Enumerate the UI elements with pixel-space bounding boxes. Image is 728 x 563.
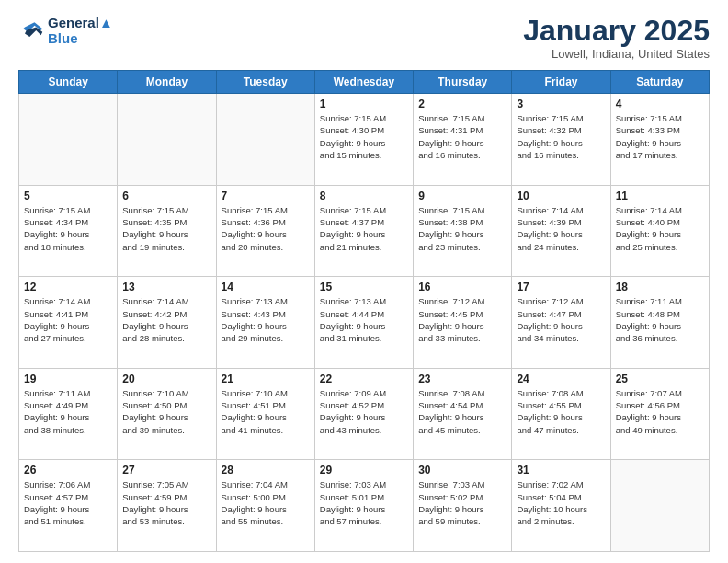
day-info: Sunrise: 7:10 AM Sunset: 4:50 PM Dayligh… [122,387,210,436]
day-number: 13 [122,281,210,293]
calendar-cell: 28Sunrise: 7:04 AM Sunset: 5:00 PM Dayli… [216,460,314,552]
day-info: Sunrise: 7:05 AM Sunset: 4:59 PM Dayligh… [122,478,210,527]
day-number: 30 [418,464,506,477]
day-number: 26 [24,464,112,477]
calendar-cell: 3Sunrise: 7:15 AM Sunset: 4:32 PM Daylig… [512,94,610,186]
calendar-cell [19,94,118,186]
calendar-week-4: 26Sunrise: 7:06 AM Sunset: 4:57 PM Dayli… [19,460,710,552]
calendar-cell [610,460,709,552]
day-number: 23 [418,373,506,385]
calendar-cell: 15Sunrise: 7:13 AM Sunset: 4:44 PM Dayli… [314,277,413,369]
day-number: 28 [222,464,310,477]
calendar-week-0: 1Sunrise: 7:15 AM Sunset: 4:30 PM Daylig… [19,94,710,186]
calendar-week-3: 19Sunrise: 7:11 AM Sunset: 4:49 PM Dayli… [19,368,710,460]
calendar-cell: 19Sunrise: 7:11 AM Sunset: 4:49 PM Dayli… [19,368,118,460]
day-info: Sunrise: 7:04 AM Sunset: 5:00 PM Dayligh… [222,478,310,527]
day-number: 9 [418,190,506,202]
calendar-cell: 16Sunrise: 7:12 AM Sunset: 4:45 PM Dayli… [414,277,512,369]
day-info: Sunrise: 7:14 AM Sunset: 4:41 PM Dayligh… [24,295,112,344]
calendar-cell: 10Sunrise: 7:14 AM Sunset: 4:39 PM Dayli… [512,185,610,277]
day-number: 6 [122,190,210,202]
day-header-tuesday: Tuesday [216,71,314,94]
day-number: 16 [418,281,506,293]
day-info: Sunrise: 7:12 AM Sunset: 4:45 PM Dayligh… [418,295,506,344]
calendar-cell: 11Sunrise: 7:14 AM Sunset: 4:40 PM Dayli… [610,185,709,277]
day-info: Sunrise: 7:02 AM Sunset: 5:04 PM Dayligh… [517,478,605,527]
logo: General▲ Blue [18,15,113,46]
calendar-table: SundayMondayTuesdayWednesdayThursdayFrid… [18,70,710,552]
day-number: 7 [222,190,310,202]
calendar-cell: 1Sunrise: 7:15 AM Sunset: 4:30 PM Daylig… [314,94,413,186]
calendar-cell: 2Sunrise: 7:15 AM Sunset: 4:31 PM Daylig… [414,94,512,186]
logo-icon [18,17,44,43]
day-number: 12 [24,281,112,293]
day-info: Sunrise: 7:15 AM Sunset: 4:36 PM Dayligh… [222,204,310,253]
calendar-cell: 20Sunrise: 7:10 AM Sunset: 4:50 PM Dayli… [118,368,216,460]
calendar-cell: 6Sunrise: 7:15 AM Sunset: 4:35 PM Daylig… [118,185,216,277]
day-header-friday: Friday [512,71,610,94]
day-info: Sunrise: 7:13 AM Sunset: 4:43 PM Dayligh… [222,295,310,344]
day-header-thursday: Thursday [414,71,512,94]
day-info: Sunrise: 7:15 AM Sunset: 4:33 PM Dayligh… [616,112,704,161]
day-info: Sunrise: 7:11 AM Sunset: 4:48 PM Dayligh… [616,295,704,344]
day-number: 4 [616,98,704,110]
day-number: 31 [517,464,605,477]
day-number: 25 [616,373,704,385]
calendar-cell: 31Sunrise: 7:02 AM Sunset: 5:04 PM Dayli… [512,460,610,552]
day-info: Sunrise: 7:15 AM Sunset: 4:31 PM Dayligh… [418,112,506,161]
day-info: Sunrise: 7:15 AM Sunset: 4:35 PM Dayligh… [122,204,210,253]
day-info: Sunrise: 7:03 AM Sunset: 5:01 PM Dayligh… [320,478,408,527]
calendar-cell: 12Sunrise: 7:14 AM Sunset: 4:41 PM Dayli… [19,277,118,369]
calendar-cell: 21Sunrise: 7:10 AM Sunset: 4:51 PM Dayli… [216,368,314,460]
calendar-cell: 24Sunrise: 7:08 AM Sunset: 4:55 PM Dayli… [512,368,610,460]
day-info: Sunrise: 7:15 AM Sunset: 4:34 PM Dayligh… [24,204,112,253]
day-info: Sunrise: 7:14 AM Sunset: 4:39 PM Dayligh… [517,204,605,253]
day-header-wednesday: Wednesday [314,71,413,94]
page: General▲ Blue January 2025 Lowell, India… [0,0,728,563]
day-number: 15 [320,281,408,293]
day-number: 29 [320,464,408,477]
calendar-cell [216,94,314,186]
calendar-cell: 29Sunrise: 7:03 AM Sunset: 5:01 PM Dayli… [314,460,413,552]
day-number: 17 [517,281,605,293]
day-number: 5 [24,190,112,202]
calendar-week-2: 12Sunrise: 7:14 AM Sunset: 4:41 PM Dayli… [19,277,710,369]
calendar-cell: 25Sunrise: 7:07 AM Sunset: 4:56 PM Dayli… [610,368,709,460]
location: Lowell, Indiana, United States [523,47,710,61]
calendar-cell: 17Sunrise: 7:12 AM Sunset: 4:47 PM Dayli… [512,277,610,369]
day-info: Sunrise: 7:15 AM Sunset: 4:30 PM Dayligh… [320,112,408,161]
calendar-cell: 18Sunrise: 7:11 AM Sunset: 4:48 PM Dayli… [610,277,709,369]
day-info: Sunrise: 7:14 AM Sunset: 4:40 PM Dayligh… [616,204,704,253]
day-info: Sunrise: 7:08 AM Sunset: 4:54 PM Dayligh… [418,387,506,436]
day-info: Sunrise: 7:06 AM Sunset: 4:57 PM Dayligh… [24,478,112,527]
calendar-week-1: 5Sunrise: 7:15 AM Sunset: 4:34 PM Daylig… [19,185,710,277]
header: General▲ Blue January 2025 Lowell, India… [18,15,710,61]
day-info: Sunrise: 7:12 AM Sunset: 4:47 PM Dayligh… [517,295,605,344]
day-info: Sunrise: 7:15 AM Sunset: 4:37 PM Dayligh… [320,204,408,253]
day-number: 14 [222,281,310,293]
title-block: January 2025 Lowell, Indiana, United Sta… [523,15,710,61]
day-number: 1 [320,98,408,110]
day-header-sunday: Sunday [19,71,118,94]
calendar-cell: 22Sunrise: 7:09 AM Sunset: 4:52 PM Dayli… [314,368,413,460]
calendar-cell: 23Sunrise: 7:08 AM Sunset: 4:54 PM Dayli… [414,368,512,460]
day-header-saturday: Saturday [610,71,709,94]
calendar-cell: 9Sunrise: 7:15 AM Sunset: 4:38 PM Daylig… [414,185,512,277]
day-number: 3 [517,98,605,110]
day-info: Sunrise: 7:08 AM Sunset: 4:55 PM Dayligh… [517,387,605,436]
day-info: Sunrise: 7:15 AM Sunset: 4:38 PM Dayligh… [418,204,506,253]
day-info: Sunrise: 7:03 AM Sunset: 5:02 PM Dayligh… [418,478,506,527]
day-number: 19 [24,373,112,385]
day-info: Sunrise: 7:13 AM Sunset: 4:44 PM Dayligh… [320,295,408,344]
day-number: 22 [320,373,408,385]
day-info: Sunrise: 7:09 AM Sunset: 4:52 PM Dayligh… [320,387,408,436]
calendar-cell: 27Sunrise: 7:05 AM Sunset: 4:59 PM Dayli… [118,460,216,552]
calendar-cell: 30Sunrise: 7:03 AM Sunset: 5:02 PM Dayli… [414,460,512,552]
calendar-cell [118,94,216,186]
day-info: Sunrise: 7:10 AM Sunset: 4:51 PM Dayligh… [222,387,310,436]
calendar-cell: 5Sunrise: 7:15 AM Sunset: 4:34 PM Daylig… [19,185,118,277]
day-number: 24 [517,373,605,385]
logo-text: General▲ Blue [48,15,113,46]
day-number: 11 [616,190,704,202]
day-header-monday: Monday [118,71,216,94]
